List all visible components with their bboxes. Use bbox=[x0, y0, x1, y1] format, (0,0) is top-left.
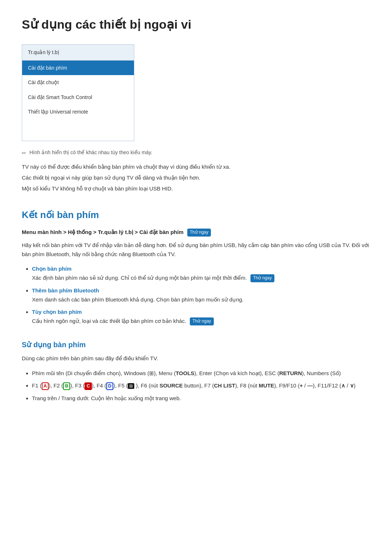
menu-item-smart-touch[interactable]: Cài đặt Smart Touch Control bbox=[22, 90, 134, 104]
menu-box: Tr.quản lý t.bị Cài đặt bàn phím Cài đặt… bbox=[22, 44, 134, 141]
pencil-icon: ✏ bbox=[22, 149, 26, 157]
bullet-keys-2-text: F1 (A), F2 (B), F3 (C), F4 (D), F5 (⊞ ),… bbox=[32, 382, 356, 389]
section2-title: Sử dụng bàn phím bbox=[22, 339, 370, 350]
section1-bullets: Chọn bàn phím Xác định bàn phím nào sẽ s… bbox=[22, 264, 370, 326]
intro-line-3: Một số kiểu TV không hỗ trợ chuột và bàn… bbox=[22, 184, 370, 193]
breadcrumb-text: Menu màn hình > Hệ thống > Tr.quản lý t.… bbox=[22, 229, 183, 235]
note-row: ✏ Hình ảnh hiển thị có thể khác nhau tùy… bbox=[22, 148, 370, 157]
section1-body: Hãy kết nối bàn phím với TV để nhập văn … bbox=[22, 241, 370, 259]
section1-title: Kết nối bàn phím bbox=[22, 208, 370, 223]
bullet-keyboard-options: Tùy chọn bàn phím Cấu hình ngôn ngữ, loạ… bbox=[32, 308, 370, 326]
intro-line-1: TV này có thể được điều khiển bằng bàn p… bbox=[22, 163, 370, 171]
bullet-keyboard-select: Chọn bàn phím Xác định bàn phím nào sẽ s… bbox=[32, 264, 370, 283]
section2-body: Dùng các phím trên bàn phím sau đây để đ… bbox=[22, 354, 370, 363]
bullet-keyboard-select-title: Chọn bàn phím bbox=[32, 266, 72, 272]
intro-line-2: Các thiết bị ngoại vi này giúp bạn sử dụ… bbox=[22, 173, 370, 182]
bullet-keys-3: Trang trên / Trang dưới: Cuộn lên hoặc x… bbox=[32, 394, 370, 403]
try-now-badge-1[interactable]: Thử ngay bbox=[187, 229, 211, 236]
breadcrumb: Menu màn hình > Hệ thống > Tr.quản lý t.… bbox=[22, 228, 370, 237]
bullet-bluetooth-keyboard-body: Xem danh sách các bàn phím Bluetooth khả… bbox=[32, 296, 244, 303]
bullet-keys-2: F1 (A), F2 (B), F3 (C), F4 (D), F5 (⊞ ),… bbox=[32, 381, 370, 390]
bullet-bluetooth-keyboard-title: Thêm bàn phím Bluetooth bbox=[32, 287, 99, 294]
menu-header: Tr.quản lý t.bị bbox=[22, 45, 134, 60]
menu-item-keyboard[interactable]: Cài đặt bàn phím bbox=[22, 61, 134, 75]
bullet-keys-1-text: Phím mũi tên (Di chuyển điểm chọn), Wind… bbox=[32, 370, 341, 376]
bullet-keyboard-options-body: Cấu hình ngôn ngữ, loại và các thiết lập… bbox=[32, 318, 214, 324]
bullet-keyboard-select-body: Xác định bàn phím nào sẽ sử dụng. Chỉ có… bbox=[32, 275, 274, 281]
bullet-keyboard-options-title: Tùy chọn bàn phím bbox=[32, 309, 82, 315]
bullet-keys-1: Phím mũi tên (Di chuyển điểm chọn), Wind… bbox=[32, 369, 370, 378]
bullet-bluetooth-keyboard: Thêm bàn phím Bluetooth Xem danh sách cá… bbox=[32, 286, 370, 304]
try-now-badge-3[interactable]: Thử ngay bbox=[190, 317, 213, 325]
try-now-badge-2[interactable]: Thử ngay bbox=[250, 274, 274, 282]
menu-item-universal-remote[interactable]: Thiết lập Universal remote bbox=[22, 104, 134, 119]
bullet-keys-3-text: Trang trên / Trang dưới: Cuộn lên hoặc x… bbox=[32, 395, 181, 401]
note-text: Hình ảnh hiển thị có thể khác nhau tùy t… bbox=[29, 148, 152, 156]
section2-bullets: Phím mũi tên (Di chuyển điểm chọn), Wind… bbox=[22, 369, 370, 403]
page-title: Sử dụng các thiết bị ngoại vi bbox=[22, 15, 370, 34]
menu-item-mouse[interactable]: Cài đặt chuột bbox=[22, 75, 134, 90]
